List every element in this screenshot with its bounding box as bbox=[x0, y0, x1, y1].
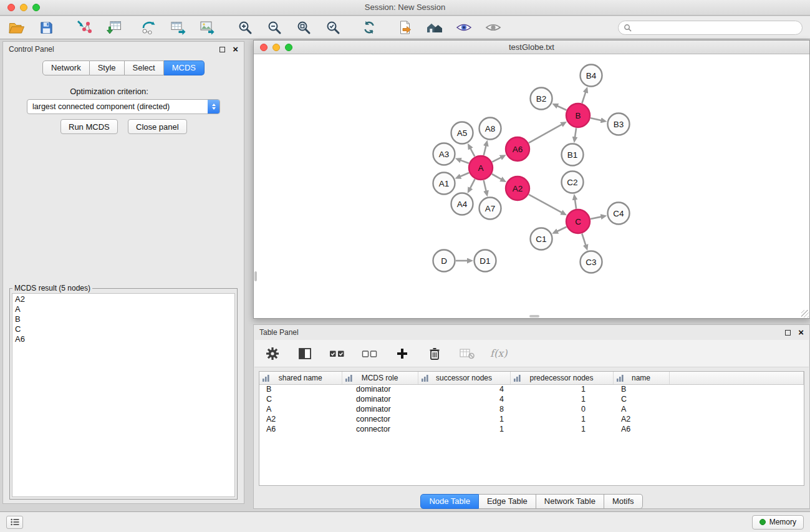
visual-styles-eye-icon bbox=[456, 20, 472, 35]
zoom-selected-button[interactable] bbox=[324, 18, 342, 37]
tab-edge-table[interactable]: Edge Table bbox=[479, 494, 536, 509]
graph-node-label: C2 bbox=[567, 178, 577, 187]
graph-edge[interactable] bbox=[575, 128, 576, 137]
export-document-button[interactable] bbox=[396, 18, 415, 37]
export-image-button[interactable] bbox=[198, 18, 217, 37]
app-titlebar: Session: New Session bbox=[0, 0, 810, 16]
main-toolbar bbox=[0, 16, 810, 39]
home-button[interactable] bbox=[425, 18, 444, 37]
export-image-icon bbox=[200, 20, 216, 35]
status-menu-button[interactable] bbox=[6, 516, 23, 529]
visual-styles-button[interactable] bbox=[455, 18, 473, 37]
close-panel-icon[interactable]: × bbox=[233, 46, 238, 53]
create-column-button[interactable] bbox=[393, 344, 412, 363]
dropdown-stepper-icon bbox=[208, 100, 219, 114]
control-panel-header: Control Panel × bbox=[3, 42, 244, 57]
graph-node-label: C bbox=[575, 217, 581, 226]
mcds-result-item[interactable]: A bbox=[15, 304, 232, 314]
tab-network[interactable]: Network bbox=[42, 60, 90, 75]
graph-edge[interactable] bbox=[470, 148, 475, 157]
apply-layout-button[interactable] bbox=[360, 18, 378, 37]
function-builder-button[interactable]: f(x) bbox=[490, 347, 507, 359]
import-network-button[interactable] bbox=[75, 18, 94, 37]
search-box[interactable] bbox=[618, 21, 803, 35]
tab-node-table[interactable]: Node Table bbox=[420, 494, 479, 509]
mcds-result-item[interactable]: A6 bbox=[15, 334, 232, 344]
graph-edge[interactable] bbox=[484, 180, 486, 191]
graph-edge[interactable] bbox=[582, 92, 586, 103]
table-row[interactable]: A6connector11A6 bbox=[259, 424, 804, 434]
graph-node-label: B2 bbox=[536, 94, 547, 104]
table-row[interactable]: Adominator80A bbox=[259, 404, 804, 414]
mcds-result-item[interactable]: B bbox=[15, 314, 232, 324]
select-all-columns-button[interactable] bbox=[328, 344, 347, 363]
column-header[interactable]: shared name bbox=[259, 372, 342, 384]
table-panel: Table Panel × bbox=[253, 324, 810, 509]
graph-edge[interactable] bbox=[575, 199, 576, 208]
network-window-titlebar[interactable]: testGlobe.txt bbox=[254, 41, 809, 54]
zoom-out-button[interactable] bbox=[265, 18, 284, 37]
column-header[interactable]: predecessor nodes bbox=[510, 372, 613, 384]
graph-edge[interactable] bbox=[557, 227, 567, 231]
save-session-button[interactable] bbox=[37, 18, 55, 37]
graph-edge[interactable] bbox=[484, 145, 486, 155]
graph-edge[interactable] bbox=[492, 174, 502, 180]
optimization-criterion-label: Optimization criterion: bbox=[3, 87, 215, 96]
graph-edge[interactable] bbox=[582, 234, 586, 246]
graph-edge[interactable] bbox=[460, 160, 469, 163]
tab-select[interactable]: Select bbox=[125, 60, 164, 75]
graph-node-label: B4 bbox=[586, 71, 597, 80]
resize-grip-icon[interactable] bbox=[801, 310, 809, 317]
horizontal-scroll-thumb[interactable] bbox=[529, 315, 539, 317]
tab-mcds[interactable]: MCDS bbox=[164, 60, 205, 75]
graph-edge[interactable] bbox=[591, 216, 602, 219]
table-row[interactable]: A2connector11A2 bbox=[259, 414, 804, 424]
graph-edge[interactable] bbox=[529, 195, 562, 213]
show-columns-button[interactable] bbox=[296, 344, 314, 363]
table-row[interactable]: Cdominator41C bbox=[259, 394, 804, 404]
mcds-result-item[interactable]: A2 bbox=[15, 294, 232, 304]
export-network-button[interactable] bbox=[140, 18, 158, 37]
open-session-button[interactable] bbox=[7, 18, 26, 37]
zoom-fit-button[interactable] bbox=[294, 18, 313, 37]
tab-network-table[interactable]: Network Table bbox=[536, 494, 604, 509]
graph-edge[interactable] bbox=[460, 173, 469, 177]
mcds-result-list[interactable]: A2ABCA6 bbox=[12, 293, 235, 497]
zoom-in-button[interactable] bbox=[236, 18, 254, 37]
optimization-criterion-select[interactable]: largest connected component (directed) bbox=[27, 99, 220, 114]
graph-edge[interactable] bbox=[591, 118, 602, 120]
network-view-canvas[interactable]: B4B2BB3A5A8A6B1A3AC2A1A2A4A7CC4C1C3DD1 bbox=[254, 54, 809, 318]
memory-button[interactable]: Memory bbox=[752, 515, 804, 530]
column-header[interactable]: name bbox=[613, 372, 669, 384]
mcds-result-title: MCDS result (5 nodes) bbox=[12, 284, 92, 293]
table-row[interactable]: Bdominator41B bbox=[259, 384, 804, 394]
document-export-icon bbox=[398, 20, 413, 35]
graph-node-label: B bbox=[575, 111, 581, 120]
float-table-panel-icon[interactable] bbox=[785, 330, 791, 336]
deselect-all-columns-button[interactable] bbox=[360, 344, 379, 363]
delete-column-button[interactable] bbox=[425, 344, 444, 363]
sort-icon bbox=[422, 374, 428, 384]
graph-node-label: B1 bbox=[567, 150, 578, 160]
network-graph[interactable]: B4B2BB3A5A8A6B1A3AC2A1A2A4A7CC4C1C3DD1 bbox=[254, 54, 809, 319]
delete-table-button[interactable] bbox=[458, 344, 476, 363]
graph-edge[interactable] bbox=[557, 105, 566, 110]
export-table-button[interactable] bbox=[169, 18, 188, 37]
run-mcds-button[interactable]: Run MCDS bbox=[60, 119, 118, 134]
graph-edge[interactable] bbox=[492, 157, 501, 162]
search-input[interactable] bbox=[635, 23, 797, 32]
tab-style[interactable]: Style bbox=[90, 60, 125, 75]
graph-edge[interactable] bbox=[470, 179, 475, 188]
graph-edge[interactable] bbox=[529, 124, 562, 143]
mcds-result-item[interactable]: C bbox=[15, 324, 232, 334]
column-header[interactable]: successor nodes bbox=[418, 372, 510, 384]
float-panel-icon[interactable] bbox=[219, 47, 225, 52]
tab-motifs[interactable]: Motifs bbox=[604, 494, 643, 509]
close-panel-button[interactable]: Close panel bbox=[128, 119, 187, 134]
show-graphics-details-button[interactable] bbox=[484, 18, 503, 37]
vertical-scroll-thumb[interactable] bbox=[254, 271, 257, 281]
table-settings-button[interactable] bbox=[263, 344, 282, 363]
import-table-button[interactable] bbox=[105, 18, 123, 37]
column-header[interactable]: MCDS role bbox=[342, 372, 418, 384]
close-table-panel-icon[interactable]: × bbox=[798, 329, 804, 336]
